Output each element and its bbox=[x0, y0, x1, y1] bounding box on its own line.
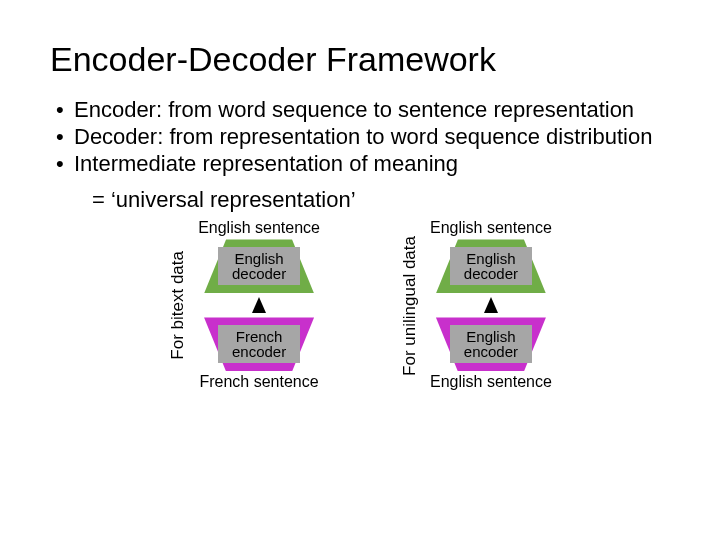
encoder-block: Englishencoder bbox=[436, 321, 546, 367]
decoder-block: Englishdecoder bbox=[204, 243, 314, 289]
panel-unilingual: For unilingual data English sentence Eng… bbox=[400, 219, 552, 391]
bullet-text: Encoder: from word sequence to sentence … bbox=[74, 97, 670, 124]
slide: Encoder-Decoder Framework • Encoder: fro… bbox=[0, 0, 720, 411]
panel-side-label: For unilingual data bbox=[400, 236, 420, 376]
panel-stack: English sentence Englishdecoder Englishe… bbox=[430, 219, 552, 391]
panel-side-label: For bitext data bbox=[168, 251, 188, 360]
bullet-text: Decoder: from representation to word seq… bbox=[74, 124, 670, 151]
encoder-label: Englishencoder bbox=[450, 325, 532, 363]
bullet-item: • Encoder: from word sequence to sentenc… bbox=[56, 97, 670, 124]
slide-title: Encoder-Decoder Framework bbox=[50, 40, 670, 79]
encoder-block: Frenchencoder bbox=[204, 321, 314, 367]
top-caption: English sentence bbox=[198, 219, 320, 237]
bullet-dot: • bbox=[56, 124, 74, 151]
decoder-block: Englishdecoder bbox=[436, 243, 546, 289]
arrow-up-icon bbox=[252, 297, 266, 313]
top-caption: English sentence bbox=[430, 219, 552, 237]
arrow-up-icon bbox=[484, 297, 498, 313]
panel-bitext: For bitext data English sentence English… bbox=[168, 219, 320, 391]
bullet-item: • Decoder: from representation to word s… bbox=[56, 124, 670, 151]
bottom-caption: English sentence bbox=[430, 373, 552, 391]
bottom-caption: French sentence bbox=[199, 373, 318, 391]
decoder-label: Englishdecoder bbox=[218, 247, 300, 285]
bullet-dot: • bbox=[56, 97, 74, 124]
bullet-item: • Intermediate representation of meaning bbox=[56, 151, 670, 178]
bullet-list: • Encoder: from word sequence to sentenc… bbox=[56, 97, 670, 177]
encoder-label: Frenchencoder bbox=[218, 325, 300, 363]
bullet-dot: • bbox=[56, 151, 74, 178]
bullet-text: Intermediate representation of meaning bbox=[74, 151, 670, 178]
sub-bullet: = ‘universal representation’ bbox=[92, 187, 670, 213]
decoder-label: Englishdecoder bbox=[450, 247, 532, 285]
panel-stack: English sentence Englishdecoder Frenchen… bbox=[198, 219, 320, 391]
diagram-row: For bitext data English sentence English… bbox=[50, 219, 670, 391]
